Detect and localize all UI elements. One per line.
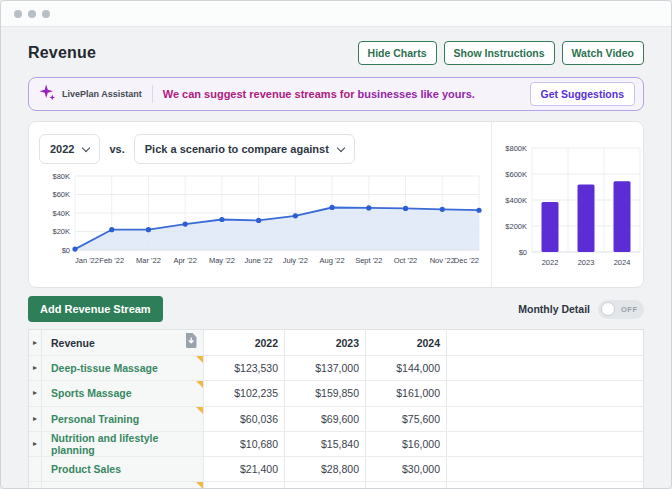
scenario-select[interactable]: Pick a scenario to compare against <box>134 134 355 164</box>
value-cell-2023[interactable]: $28,800 <box>285 457 366 481</box>
window-titlebar <box>1 1 671 27</box>
charts-panel: 2022 vs. Pick a scenario to compare agai… <box>28 121 644 288</box>
svg-text:$20K: $20K <box>52 227 70 236</box>
page-header: Revenue Hide ChartsShow InstructionsWatc… <box>28 27 644 66</box>
filler-cell <box>447 432 643 456</box>
value-cell-2024[interactable]: $161,000 <box>366 381 447 405</box>
svg-text:$40K: $40K <box>52 209 70 218</box>
row-expand-gutter[interactable]: ▸ <box>29 432 42 456</box>
revenue-stream-name-cell[interactable]: Sports Massage <box>42 381 204 405</box>
svg-text:Sept '22: Sept '22 <box>355 256 382 265</box>
value-cell-2022[interactable]: $63,360 <box>204 482 285 488</box>
sparkle-icon <box>39 84 56 105</box>
value-cell-2024[interactable]: $30,000 <box>366 457 447 481</box>
value-cell-2022[interactable]: $10,680 <box>204 432 285 456</box>
value-cell-2024[interactable]: $75,600 <box>366 407 447 431</box>
yearly-revenue-bar-chart: $0$200K$400K$600K$800K202220232024 <box>492 134 644 284</box>
header-expand-gutter[interactable]: ▸ <box>29 330 42 355</box>
revenue-table: ▸ Revenue 2022 2023 2024 ▸Deep-tissue M <box>28 329 644 488</box>
actions-row: Add Revenue Stream Monthly Detail OFF <box>28 296 644 322</box>
svg-text:$400K: $400K <box>505 196 527 205</box>
row-expand-gutter[interactable]: ▸ <box>29 381 42 405</box>
header-year-2022[interactable]: 2022 <box>204 330 285 355</box>
svg-text:Nov '22: Nov '22 <box>430 256 455 265</box>
row-expand-gutter[interactable]: ▸ <box>29 482 42 488</box>
header-buttons: Hide ChartsShow InstructionsWatch Video <box>358 41 644 65</box>
svg-text:Oct '22: Oct '22 <box>394 256 418 265</box>
year-select[interactable]: 2022 <box>39 134 100 164</box>
row-expand-gutter <box>29 457 42 481</box>
value-cell-2022[interactable]: $60,036 <box>204 407 285 431</box>
svg-text:$800K: $800K <box>505 144 527 153</box>
get-suggestions-button[interactable]: Get Suggestions <box>530 82 635 106</box>
document-import-icon[interactable] <box>185 333 197 352</box>
filler-cell <box>447 457 643 481</box>
header-button-watch-video[interactable]: Watch Video <box>562 41 644 65</box>
window-dot-3[interactable] <box>42 10 50 18</box>
page-title: Revenue <box>28 44 96 62</box>
revenue-stream-name-cell[interactable]: Personal Training <box>42 407 204 431</box>
value-cell-2023[interactable]: $69,600 <box>285 407 366 431</box>
header-button-hide-charts[interactable]: Hide Charts <box>358 41 437 65</box>
revenue-stream-name-cell[interactable]: Deep-tissue Massage <box>42 356 204 380</box>
caret-right-icon: ▸ <box>33 339 37 347</box>
window-dot-2[interactable] <box>28 10 36 18</box>
compare-controls: 2022 vs. Pick a scenario to compare agai… <box>39 134 487 164</box>
value-cell-2023[interactable]: $159,850 <box>285 381 366 405</box>
monthly-detail-label: Monthly Detail <box>518 303 590 315</box>
value-cell-2024[interactable]: $144,000 <box>366 356 447 380</box>
vs-label: vs. <box>109 143 124 155</box>
caret-right-icon: ▸ <box>33 415 37 423</box>
banner-divider <box>152 85 153 103</box>
filler-cell <box>447 381 643 405</box>
table-row: ▸Craniosacral Therapy$63,360$114,000$113… <box>29 482 643 488</box>
assistant-name: LivePlan Assistant <box>62 89 142 99</box>
window-dot-1[interactable] <box>14 10 22 18</box>
filler-cell <box>447 407 643 431</box>
svg-text:Dec '22: Dec '22 <box>454 256 479 265</box>
add-revenue-stream-button[interactable]: Add Revenue Stream <box>28 296 163 322</box>
value-cell-2022[interactable]: $21,400 <box>204 457 285 481</box>
revenue-stream-name: Nutrition and lifestyle planning <box>51 432 197 456</box>
page-content: Revenue Hide ChartsShow InstructionsWatc… <box>1 27 671 488</box>
svg-text:2024: 2024 <box>614 258 631 267</box>
row-expand-gutter[interactable]: ▸ <box>29 356 42 380</box>
value-cell-2023[interactable]: $137,000 <box>285 356 366 380</box>
note-flag-icon <box>196 381 203 388</box>
header-button-show-instructions[interactable]: Show Instructions <box>444 41 555 65</box>
value-cell-2024[interactable]: $16,000 <box>366 432 447 456</box>
svg-text:June '22: June '22 <box>245 256 273 265</box>
value-cell-2022[interactable]: $102,235 <box>204 381 285 405</box>
revenue-stream-name: Personal Training <box>51 413 139 425</box>
monthly-detail-toggle[interactable]: OFF <box>598 300 644 319</box>
revenue-stream-name-cell[interactable]: Craniosacral Therapy <box>42 482 204 488</box>
chevron-down-icon <box>337 143 345 151</box>
table-body: ▸Deep-tissue Massage$123,530$137,000$144… <box>29 356 643 488</box>
monthly-detail-control: Monthly Detail OFF <box>518 300 644 319</box>
chevron-down-icon <box>82 143 90 151</box>
note-flag-icon <box>196 356 203 363</box>
scenario-select-placeholder: Pick a scenario to compare against <box>145 143 329 155</box>
value-cell-2023[interactable]: $15,840 <box>285 432 366 456</box>
revenue-stream-name-cell[interactable]: Product Sales <box>42 457 204 481</box>
year-select-value: 2022 <box>50 143 74 155</box>
svg-text:Jan '22: Jan '22 <box>75 256 99 265</box>
value-cell-2022[interactable]: $123,530 <box>204 356 285 380</box>
value-cell-2023[interactable]: $114,000 <box>285 482 366 488</box>
filler-cell <box>447 356 643 380</box>
assistant-message-secondary: businesses like yours. <box>358 88 475 100</box>
bar-chart-section: $0$200K$400K$600K$800K202220232024 <box>491 122 644 287</box>
svg-text:$80K: $80K <box>52 172 70 181</box>
note-flag-icon <box>196 407 203 414</box>
header-year-2024[interactable]: 2024 <box>366 330 447 355</box>
filler-cell <box>447 482 643 488</box>
line-chart-section: 2022 vs. Pick a scenario to compare agai… <box>29 122 491 287</box>
assistant-message-primary: We can suggest revenue streams for <box>163 88 355 100</box>
value-cell-2024[interactable]: $113,000 <box>366 482 447 488</box>
svg-text:Feb '22: Feb '22 <box>99 256 124 265</box>
row-expand-gutter[interactable]: ▸ <box>29 407 42 431</box>
revenue-stream-name-cell[interactable]: Nutrition and lifestyle planning <box>42 432 204 456</box>
table-row: ▸Sports Massage$102,235$159,850$161,000 <box>29 381 643 406</box>
header-year-2023[interactable]: 2023 <box>285 330 366 355</box>
svg-text:Aug '22: Aug '22 <box>319 256 344 265</box>
